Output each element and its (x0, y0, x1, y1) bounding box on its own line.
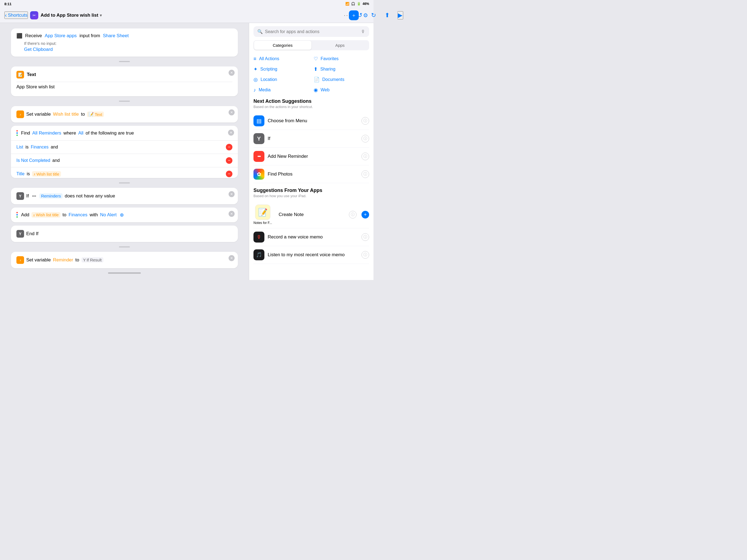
voice-memo-info[interactable]: ⓘ (361, 233, 369, 241)
favorites-label: Favorites (321, 56, 339, 61)
suggestion-voice-memo[interactable]: 🎙 Record a new voice memo ⓘ (254, 228, 369, 246)
search-bar[interactable]: 🔍 🎙 (254, 26, 369, 37)
next-action-suggestions-header: Next Action Suggestions Based on the act… (254, 98, 369, 109)
add-card-close[interactable]: ✕ (229, 211, 235, 217)
filter3-var-label: Wish list title (36, 172, 59, 176)
editor-panel: ⬛ Receive App Store apps input from Shar… (0, 23, 249, 280)
set-var-close[interactable]: ✕ (229, 109, 235, 116)
category-favorites[interactable]: ♡ Favorites (314, 55, 369, 63)
add-alert-link[interactable]: No Alert (100, 212, 117, 218)
set-var2-icon: 𝑥 (17, 256, 24, 264)
if-suggestion-info[interactable]: ⓘ (361, 135, 369, 143)
category-documents[interactable]: 📄 Documents (314, 75, 369, 84)
web-label: Web (321, 87, 330, 93)
receive-card: ⬛ Receive App Store apps input from Shar… (11, 28, 238, 57)
suggestions-from-apps-header: Suggestions From Your Apps Based on how … (254, 187, 369, 198)
if-variable-badge[interactable]: Reminders (40, 193, 62, 199)
set-var2-close[interactable]: ✕ (229, 255, 235, 261)
filter-row-1: List is Finances and − (11, 140, 238, 154)
add-var-badge[interactable]: 𝑥 Wish list title (31, 212, 60, 218)
filter2-field[interactable]: Is Not Completed (17, 158, 50, 163)
add-list-link[interactable]: Finances (69, 212, 87, 218)
create-note-info[interactable]: ⓘ (349, 211, 357, 219)
web-icon: ◉ (314, 87, 318, 93)
category-web[interactable]: ◉ Web (314, 86, 369, 94)
get-clipboard-link[interactable]: Get Clipboard (24, 47, 232, 52)
filter2-remove[interactable]: − (226, 157, 232, 164)
battery-icon: 🔋 (357, 2, 361, 6)
add-reminder-info[interactable]: ⓘ (361, 153, 369, 160)
find-card-close[interactable]: ✕ (228, 130, 234, 136)
if-label: If (26, 193, 29, 199)
status-time: 8:11 (4, 2, 11, 6)
suggestion-create-note[interactable]: 📝 Notes for F... Create Note ⓘ + (254, 201, 369, 228)
notes-icon: 📝 (255, 205, 271, 220)
filter-row-3: Title is 𝑥 Wish list title − (11, 167, 238, 178)
drag-handle-3 (11, 181, 238, 184)
suggestion-find-photos[interactable]: ✿ Find Photos ⓘ (254, 166, 369, 183)
tab-categories[interactable]: Categories (254, 41, 311, 50)
shortcut-title-text: Add to App Store wish list (41, 12, 98, 18)
microphone-icon[interactable]: 🎙 (361, 29, 365, 34)
redo-button[interactable]: ↻ (370, 11, 374, 20)
suggestion-if[interactable]: Y If ⓘ (254, 130, 369, 148)
sharing-icon: ⬆ (314, 66, 318, 72)
find-reminders-card: Find All Reminders where All of the foll… (11, 126, 238, 178)
undo-button[interactable]: ↺ (356, 11, 363, 20)
filter3-var-icon: 𝑥 (34, 172, 35, 176)
if-card: ✕ Y If ••• Reminders does not have any v… (11, 188, 238, 204)
app-store-apps-link[interactable]: App Store apps (45, 33, 77, 39)
find-dots-icon (17, 130, 18, 136)
category-scripting[interactable]: ✦ Scripting (254, 65, 309, 73)
choose-from-menu-icon: ▤ (254, 116, 264, 126)
text-var-badge[interactable]: 📝 Text (87, 111, 104, 117)
suggestion-choose-from-menu[interactable]: ▤ Choose from Menu ⓘ (254, 112, 369, 130)
add-circle-chevron-icon[interactable]: ⊕ (120, 212, 124, 218)
find-photos-info[interactable]: ⓘ (361, 170, 369, 178)
filter1-field[interactable]: List (17, 145, 23, 150)
filter-row-2: Is Not Completed and − (11, 154, 238, 167)
home-indicator (11, 272, 238, 275)
nav-center-controls: ··· ↺ ↻ ⬆ ▶ (344, 11, 374, 20)
choose-from-menu-info[interactable]: ⓘ (361, 117, 369, 125)
tab-apps[interactable]: Apps (311, 41, 369, 50)
listen-voice-memo-info[interactable]: ⓘ (361, 251, 369, 259)
suggestion-listen-voice-memo[interactable]: 🎵 Listen to my most recent voice memo ⓘ (254, 246, 369, 264)
share-sheet-link[interactable]: Share Sheet (103, 33, 129, 39)
filter3-remove[interactable]: − (226, 171, 232, 177)
text-card-content[interactable]: App Store wish list (17, 82, 232, 92)
text-card-close[interactable]: ✕ (229, 70, 235, 76)
all-link[interactable]: All (78, 130, 83, 136)
back-button[interactable]: ‹ Shortcuts (4, 11, 28, 19)
all-reminders-link[interactable]: All Reminders (32, 130, 61, 136)
location-label: Location (261, 77, 277, 82)
filter3-op: is (27, 172, 30, 176)
set-variable-card: ✕ 𝑥 Set variable Wish list title to 📝 Te… (11, 106, 238, 123)
filter3-value-badge[interactable]: 𝑥 Wish list title (32, 171, 61, 177)
suggestion-add-reminder[interactable]: ••• Add New Reminder ⓘ (254, 148, 369, 166)
shortcut-title[interactable]: Add to App Store wish list ▾ (41, 12, 102, 18)
create-note-add[interactable]: + (361, 211, 369, 219)
category-sharing[interactable]: ⬆ Sharing (314, 65, 369, 73)
if-suggestion-label: If (268, 136, 358, 142)
if-card-close[interactable]: ✕ (229, 191, 235, 197)
shortcuts-icon: ✂ (30, 11, 38, 19)
reminder-var-link[interactable]: Reminder (53, 257, 73, 263)
more-icon[interactable]: ··· (344, 12, 351, 18)
wish-list-title-link[interactable]: Wish list title (53, 111, 79, 117)
category-media[interactable]: ♪ Media (254, 86, 309, 94)
filter1-value[interactable]: Finances (31, 145, 48, 150)
create-note-label: Create Note (279, 212, 345, 218)
filter1-connector: and (51, 145, 58, 150)
filter3-field[interactable]: Title (17, 172, 25, 176)
filter1-remove[interactable]: − (226, 144, 232, 150)
wifi-icon: 📶 (345, 2, 350, 6)
if-result-badge[interactable]: Y If Result (81, 257, 103, 262)
category-location[interactable]: ◎ Location (254, 75, 309, 84)
if-suggestion-icon: Y (254, 133, 264, 144)
end-if-icon: Y (17, 230, 24, 238)
search-input[interactable] (265, 29, 359, 34)
category-all-actions[interactable]: ≡ All Actions (254, 55, 309, 63)
search-container: 🔍 🎙 (249, 23, 374, 40)
if-result-icon: Y (83, 258, 86, 262)
